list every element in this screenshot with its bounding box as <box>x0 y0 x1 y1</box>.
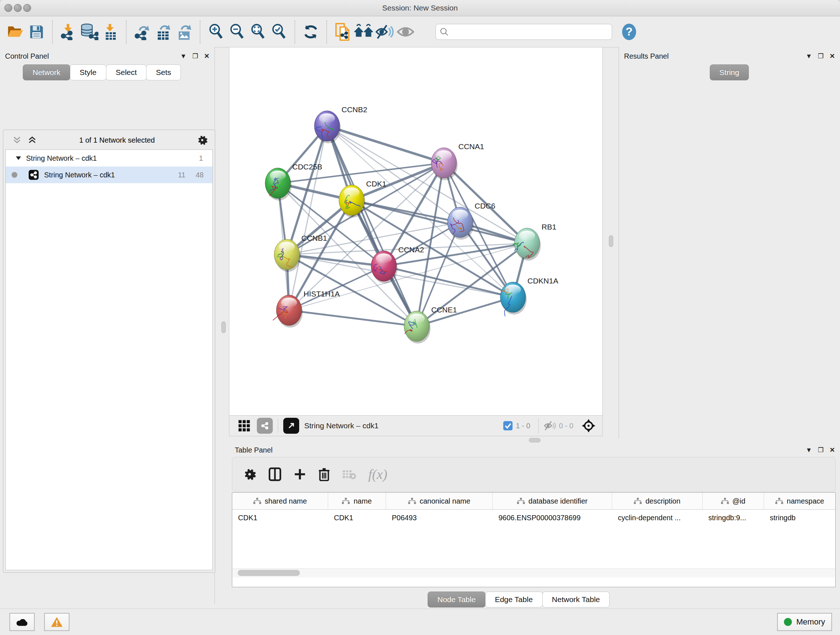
export-image-button[interactable] <box>174 21 195 43</box>
column-header[interactable]: shared name <box>232 493 328 509</box>
right-splitter-handle[interactable] <box>609 235 613 247</box>
fit-selection-crosshair-icon[interactable] <box>581 418 596 433</box>
panel-float-icon[interactable]: ❐ <box>193 52 198 60</box>
refresh-button[interactable] <box>300 21 321 43</box>
tab-network-table[interactable]: Network Table <box>542 592 610 608</box>
network-node-CCNE1[interactable]: CCNE1 <box>404 306 457 344</box>
column-header[interactable]: namespace <box>764 493 835 509</box>
tab-sets[interactable]: Sets <box>146 65 181 80</box>
search-input[interactable] <box>449 27 608 36</box>
add-column-plus-icon[interactable] <box>294 468 306 480</box>
network-collection-row[interactable]: String Network – cdk1 1 <box>6 150 212 166</box>
title-bar: Session: New Session <box>0 0 840 16</box>
scrollbar-thumb[interactable] <box>238 570 300 576</box>
collapse-all-icon[interactable] <box>12 135 22 145</box>
zoom-out-button[interactable] <box>226 21 248 43</box>
string-network-graph[interactable]: CCNB2CCNA1CDC25BCDK1CDC6RB1CCNB1CCNA2CDK… <box>229 48 602 415</box>
node-label-RB1: RB1 <box>542 223 556 231</box>
column-type-icon <box>342 498 350 504</box>
zoom-fit-button[interactable] <box>248 21 268 43</box>
zoom-selected-button[interactable] <box>268 21 289 43</box>
memory-button[interactable]: Memory <box>777 613 832 631</box>
toolbar-separator <box>126 20 126 43</box>
left-splitter-handle[interactable] <box>221 321 226 333</box>
network-node-CCNA1[interactable]: CCNA1 <box>431 142 484 180</box>
horizontal-splitter-handle[interactable] <box>529 438 540 442</box>
tab-network[interactable]: Network <box>23 65 70 80</box>
panel-close-icon[interactable]: ✕ <box>204 52 210 60</box>
search-icon <box>439 27 449 36</box>
string-network-icon <box>28 169 39 180</box>
cloud-status-button[interactable] <box>9 613 35 631</box>
export-table-button[interactable] <box>153 21 174 43</box>
houses-icon <box>354 24 374 40</box>
search-field[interactable] <box>436 24 612 40</box>
panel-float-icon[interactable]: ❐ <box>818 446 824 454</box>
hide-results-button[interactable] <box>374 21 395 43</box>
tab-select[interactable]: Select <box>106 65 147 80</box>
network-row-selected[interactable]: String Network – cdk1 11 48 <box>6 166 212 183</box>
panel-float-icon[interactable]: ❐ <box>818 52 824 60</box>
show-columns-icon[interactable] <box>268 467 281 481</box>
selected-checkbox-icon[interactable] <box>503 421 513 431</box>
network-node-CCNB2[interactable]: CCNB2 <box>314 105 367 143</box>
table-horizontal-scrollbar[interactable] <box>233 568 835 578</box>
delete-column-trash-icon[interactable] <box>318 467 330 481</box>
network-options-gear-icon[interactable] <box>197 135 208 146</box>
network-node-HIST1H1A[interactable]: HIST1H1A <box>273 290 340 328</box>
zoom-in-button[interactable] <box>205 21 226 43</box>
grid-view-icon[interactable] <box>238 420 250 432</box>
panel-menu-icon[interactable]: ▼ <box>180 52 187 60</box>
save-session-button[interactable] <box>26 21 47 43</box>
help-icon: ? <box>621 23 638 41</box>
share-view-button[interactable] <box>257 418 273 434</box>
help-button[interactable]: ? <box>619 21 639 43</box>
network-list: String Network – cdk1 1 String Network –… <box>5 149 213 570</box>
panel-close-icon[interactable]: ✕ <box>829 52 835 60</box>
column-header[interactable]: canonical name <box>386 493 493 509</box>
table-row[interactable]: CDK1 CDK1 P06493 9606.ENSP00000378699 cy… <box>232 510 835 526</box>
table-header-row: shared name name canonical name database… <box>232 493 835 510</box>
cell-id[interactable]: stringdb:9... <box>703 510 764 526</box>
cell-namespace[interactable]: stringdb <box>764 510 835 526</box>
network-canvas[interactable]: CCNB2CCNA1CDC25BCDK1CDC6RB1CCNB1CCNA2CDK… <box>229 47 603 416</box>
import-network-button[interactable] <box>58 21 79 43</box>
warnings-button[interactable] <box>44 613 69 631</box>
tab-string[interactable]: String <box>710 65 749 80</box>
cell-canonical-name[interactable]: P06493 <box>386 510 493 526</box>
network-node-CDKN1A[interactable]: CDKN1A <box>500 277 558 317</box>
tab-node-table[interactable]: Node Table <box>428 592 485 608</box>
import-table-button[interactable] <box>100 21 121 43</box>
show-panel-button[interactable] <box>395 21 416 43</box>
import-network-from-database-button[interactable] <box>79 21 100 43</box>
cell-description[interactable]: cyclin-dependent ... <box>612 510 703 526</box>
panel-close-icon[interactable]: ✕ <box>829 446 835 454</box>
cell-database-identifier[interactable]: 9606.ENSP00000378699 <box>493 510 612 526</box>
panel-menu-icon[interactable]: ▼ <box>806 52 812 60</box>
panel-menu-icon[interactable]: ▼ <box>806 447 812 454</box>
open-in-window-button[interactable] <box>283 418 299 434</box>
copy-to-clipboard-button[interactable] <box>332 21 353 43</box>
column-header[interactable]: description <box>612 493 703 509</box>
hidden-eye-slash-icon[interactable] <box>544 421 556 431</box>
expand-all-icon[interactable] <box>27 135 37 145</box>
cell-shared-name[interactable]: CDK1 <box>232 510 328 526</box>
string-home-button[interactable] <box>353 21 374 43</box>
table-options-gear-icon[interactable] <box>243 468 256 481</box>
collection-count: 1 <box>199 154 203 163</box>
node-label-CDC25B: CDC25B <box>292 163 322 171</box>
network-node-RB1[interactable]: RB1 <box>513 223 556 261</box>
cell-name[interactable]: CDK1 <box>328 510 386 526</box>
network-view-toolbar: String Network – cdk1 1 - 0 0 - 0 <box>229 416 603 436</box>
open-session-button[interactable] <box>5 21 26 43</box>
tab-style[interactable]: Style <box>70 65 106 80</box>
column-header[interactable]: name <box>328 493 386 509</box>
column-header[interactable]: @id <box>703 493 764 509</box>
column-header[interactable]: database identifier <box>493 493 612 509</box>
network-label: String Network – cdk1 <box>44 171 115 179</box>
control-panel: Control Panel ▼ ❐ ✕ Network Style Select… <box>0 47 215 604</box>
export-network-button[interactable] <box>132 21 153 43</box>
open-folder-icon <box>7 25 24 39</box>
collapse-triangle-icon[interactable] <box>16 157 21 160</box>
tab-edge-table[interactable]: Edge Table <box>485 592 543 608</box>
